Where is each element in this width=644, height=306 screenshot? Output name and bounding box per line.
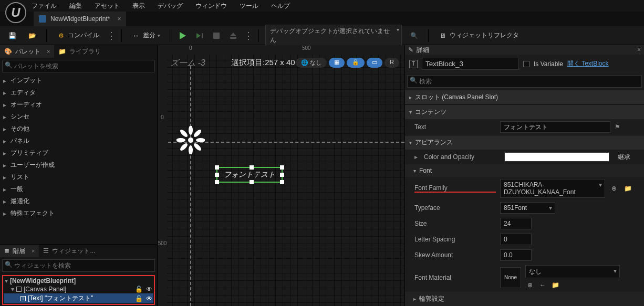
eye-icon[interactable]: 👁 — [146, 286, 152, 293]
viewport[interactable]: 0 500 0 500 ズ一ム -3 選択項目:257 x 40 🌐 なし ▦ … — [158, 45, 404, 306]
menu-help[interactable]: ヘルプ — [271, 2, 290, 10]
palette-tab[interactable]: 🎨 パレット × — [0, 45, 54, 58]
eject-button[interactable] — [227, 30, 240, 41]
diff-button[interactable]: ↔ 差分 ▾ — [128, 29, 163, 43]
palette-category[interactable]: オーディオ — [0, 99, 157, 111]
open-textblock-link[interactable]: 開く TextBlock — [567, 59, 609, 68]
palette-category[interactable]: ユーザーが作成 — [0, 159, 157, 171]
section-font[interactable]: Font — [405, 164, 644, 177]
menu-edit[interactable]: 編集 — [69, 2, 82, 10]
r-button[interactable]: R — [385, 58, 399, 68]
find-button[interactable]: 🔍 — [406, 29, 422, 43]
compile-options[interactable]: ⋮ — [107, 30, 115, 41]
compile-button[interactable]: ⚙ コンパイル — [53, 29, 102, 43]
document-tab[interactable]: NewWidgetBlueprint* × — [34, 12, 126, 26]
text-widget[interactable]: フォントテスト — [216, 167, 283, 183]
palette-category[interactable]: プリミティブ — [0, 147, 157, 159]
diff-label: 差分 — [143, 31, 155, 40]
svg-point-0 — [188, 138, 193, 143]
palette-search-input[interactable] — [2, 60, 155, 72]
palette-category[interactable]: リスト — [0, 171, 157, 183]
details-panel: ✎ 詳細 × T Is Variable 開く TextBlock スロット (… — [404, 45, 644, 306]
use-icon[interactable]: ← — [538, 280, 547, 290]
grid-toggle[interactable]: ▦ — [329, 58, 345, 68]
prop-size: Size — [405, 216, 644, 231]
menu-file[interactable]: ファイル — [32, 2, 57, 10]
hierarchy-tab[interactable]: ≣ 階層 × — [0, 245, 39, 257]
section-content[interactable]: コンテンツ — [405, 105, 644, 119]
browse-button[interactable]: 📂 — [24, 29, 40, 43]
browse-asset-icon[interactable]: ⊕ — [609, 184, 619, 193]
palette-category[interactable]: シンセ — [0, 111, 157, 123]
widget-reflector-button[interactable]: 🖥 ウィジェットリフレクタ — [435, 29, 522, 43]
lock-icon[interactable]: 🔓 — [135, 286, 143, 293]
menu-view[interactable]: 表示 — [132, 2, 145, 10]
section-appearance[interactable]: アピアランス — [405, 135, 644, 150]
play-button[interactable] — [176, 30, 189, 41]
library-tab[interactable]: 📁 ライブラリ — [54, 45, 105, 58]
palette-category[interactable]: 一般 — [0, 183, 157, 195]
hierarchy-search-input[interactable] — [2, 259, 155, 272]
skew-input[interactable] — [500, 249, 532, 261]
svg-point-8 — [179, 142, 189, 152]
close-palette-icon[interactable]: × — [47, 48, 50, 55]
widget-reflector-label: ウィジェットリフレクタ — [450, 31, 519, 40]
close-hierarchy-icon[interactable]: × — [32, 248, 35, 254]
svg-point-5 — [179, 129, 189, 138]
menu-window[interactable]: ウィンドウ — [195, 2, 227, 10]
palette-category[interactable]: エディタ — [0, 87, 157, 99]
lock-icon[interactable]: 🔓 — [135, 295, 143, 302]
localize-icon[interactable]: ⚑ — [615, 123, 622, 131]
palette-search — [2, 60, 155, 72]
typeface-combo[interactable]: 851Font — [500, 202, 555, 214]
widget-tab[interactable]: ☰ ウィジェット... — [39, 245, 99, 257]
play-options[interactable]: ⋮ — [244, 30, 252, 41]
details-header: ✎ 詳細 × — [405, 45, 644, 55]
details-search-input[interactable] — [407, 75, 642, 88]
find-icon[interactable]: 📁 — [550, 280, 560, 290]
close-details-icon[interactable]: × — [637, 46, 641, 54]
palette-category[interactable]: 特殊エフェクト — [0, 207, 157, 219]
palette-category[interactable]: インプット — [0, 75, 157, 87]
anchor-gizmo[interactable] — [176, 126, 205, 154]
section-outline[interactable]: 輪郭設定 — [405, 292, 644, 306]
menu-debug[interactable]: デバッグ — [158, 2, 183, 10]
save-button[interactable]: 💾 — [4, 29, 20, 43]
hierarchy-text-selected[interactable]: T [Text] "フォントテスト" 🔓👁 — [4, 293, 153, 303]
find-asset-icon[interactable]: 📁 — [623, 184, 632, 193]
size-input[interactable] — [500, 218, 532, 229]
browse-icon[interactable]: ⊕ — [525, 280, 535, 290]
monitor-icon: 🖥 — [438, 31, 448, 40]
svg-point-4 — [196, 138, 205, 142]
font-family-combo[interactable]: 851CHIKARA-DZUYOKU_KANAA_Font — [500, 179, 605, 198]
menu-asset[interactable]: アセット — [95, 2, 120, 10]
material-thumb[interactable]: None — [500, 267, 521, 288]
hierarchy-root[interactable]: ▾[NewWidgetBlueprint] — [4, 277, 153, 285]
prop-text-input[interactable] — [500, 121, 610, 133]
eject-icon — [230, 33, 236, 39]
palette-category[interactable]: パネル — [0, 135, 157, 147]
stop-button[interactable] — [210, 30, 223, 41]
menu-tools[interactable]: ツール — [240, 2, 258, 10]
svg-point-7 — [193, 129, 202, 138]
color-swatch[interactable] — [504, 152, 609, 162]
outline-toggle[interactable]: ▭ — [367, 58, 382, 68]
is-variable-checkbox[interactable] — [523, 61, 529, 67]
lang-button[interactable]: 🌐 なし — [296, 58, 327, 68]
step-icon — [196, 33, 203, 38]
eye-icon[interactable]: 👁 — [146, 295, 152, 302]
step-button[interactable] — [193, 31, 206, 40]
hierarchy-canvas[interactable]: ▾ [Canvas Panel] 🔓👁 — [4, 285, 153, 293]
inherit-label: 継承 — [618, 153, 630, 162]
hierarchy-tab-label: 階層 — [13, 247, 25, 256]
palette-category[interactable]: 最適化 — [0, 195, 157, 207]
section-slot[interactable]: スロット (Canvas Panel Slot) — [405, 90, 644, 104]
letter-spacing-input[interactable] — [500, 234, 532, 245]
unreal-logo[interactable]: U — [5, 2, 26, 23]
lock-toggle[interactable]: 🔒 — [347, 58, 365, 68]
palette-category[interactable]: その他 — [0, 123, 157, 135]
close-tab-icon[interactable]: × — [117, 15, 121, 23]
object-name-input[interactable] — [422, 58, 519, 70]
debug-object-combo[interactable]: デバッグオブジェクトが選択されていません — [265, 25, 402, 47]
material-combo[interactable]: なし — [525, 265, 620, 278]
